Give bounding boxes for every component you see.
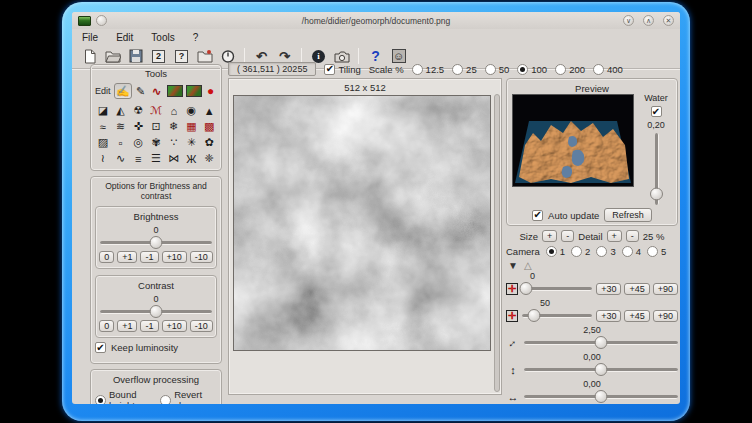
tiling-checkbox[interactable]: ✔ [324,64,335,75]
rotate-x-plus30-button[interactable]: +30 [596,283,621,295]
height-knob[interactable] [595,363,608,376]
refresh-button[interactable]: Refresh [604,208,652,222]
menu-help[interactable]: ? [193,32,199,43]
tool-buildings-icon[interactable]: ⌂ [165,103,183,118]
rotate-z-plus45-button[interactable]: +45 [624,310,649,322]
pan-slider[interactable] [524,390,678,403]
brightness-slider[interactable] [100,236,212,249]
menu-edit[interactable]: Edit [116,32,133,43]
rotate-z-plus30-button[interactable]: +30 [596,310,621,322]
tool-rosette-icon[interactable]: ✿ [200,135,218,150]
contrast-plus1-button[interactable]: +1 [117,320,137,332]
auto-update-checkbox[interactable]: ✔ [532,210,543,221]
camera-lower-icon[interactable]: ▼ [508,260,518,271]
tool-fm-noise-icon[interactable]: ℳ [147,103,165,118]
scale-option-200[interactable]: 200 [555,64,585,75]
tool-slope-icon[interactable]: ◭ [112,103,130,118]
tool-noise-icon[interactable]: ▨ [94,135,112,150]
brightness-minus1-button[interactable]: -1 [140,251,158,263]
contrast-slider[interactable] [100,305,212,318]
draw-tool-button[interactable]: ✍ [114,83,132,99]
size-plus-button[interactable]: + [542,230,557,242]
tool-weave-icon[interactable]: ⋈ [165,151,183,166]
record-icon[interactable]: ● [205,84,217,99]
camera-3-option[interactable]: 3 [596,246,615,257]
contrast-0-button[interactable]: 0 [99,320,114,332]
tool-subdivide-icon[interactable]: ◪ [94,103,112,118]
heightmap-canvas[interactable] [233,95,491,351]
tool-select-icon[interactable]: ⊡ [147,119,165,134]
line-wave-icon[interactable]: ∿ [150,84,164,99]
camera-1-option[interactable]: 1 [546,246,565,257]
brightness-slider-knob[interactable] [150,236,163,249]
rotate-x-plus45-button[interactable]: +45 [624,283,649,295]
size-minus-button[interactable]: - [561,230,574,242]
tiling-toggle[interactable]: ✔ Tiling [324,64,360,75]
titlebar[interactable]: /home/didier/geomorph/document0.png ∨ ∧ … [72,12,680,29]
brightness-minus10-button[interactable]: -10 [190,251,213,263]
tool-ridges-icon[interactable]: ≋ [112,119,130,134]
distance-knob[interactable] [595,336,608,349]
rotate-z-slider[interactable] [522,309,592,322]
tool-radial-icon[interactable]: ◎ [129,135,147,150]
rotate-z-plus90-button[interactable]: +90 [653,310,678,322]
tool-crystal-icon[interactable]: ❄ [165,119,183,134]
revert-slope-option[interactable]: Revert slope [160,389,217,404]
tool-flowers-icon[interactable]: ✾ [147,135,165,150]
tool-cracks-icon[interactable]: ✳ [183,135,201,150]
detail-plus-button[interactable]: + [607,230,622,242]
save-icon[interactable] [126,47,145,65]
height-slider[interactable] [524,363,678,376]
camera-5-option[interactable]: 5 [647,246,666,257]
camera-2-option[interactable]: 2 [571,246,590,257]
contrast-minus10-button[interactable]: -10 [190,320,213,332]
rotate-x-knob[interactable] [519,282,532,295]
keep-luminosity-toggle[interactable]: ✔ Keep luminosity [93,338,219,357]
scale-option-400[interactable]: 400 [593,64,623,75]
detail-minus-button[interactable]: - [626,230,639,242]
menu-tools[interactable]: Tools [151,32,174,43]
terrain-swatch-icon[interactable] [167,85,183,97]
canvas-scrollbar[interactable] [494,94,500,392]
water-checkbox[interactable]: ✔ [651,106,662,117]
tool-spray-icon[interactable]: ∵ [165,135,183,150]
tool-craters-icon[interactable]: ☢ [129,103,147,118]
contrast-plus10-button[interactable]: +10 [162,320,187,332]
terrain-swatch2-icon[interactable] [186,85,202,97]
water-slider-knob[interactable] [650,188,663,201]
open-recent-icon[interactable] [195,47,214,65]
contrast-minus1-button[interactable]: -1 [140,320,158,332]
tool-symmetry-icon[interactable]: Ж [183,151,201,166]
scale-option-100[interactable]: 100 [517,64,547,75]
new-document-icon[interactable] [80,47,99,65]
tool-waves-icon[interactable]: ≈ [94,119,112,134]
tool-move-icon[interactable]: ✜ [129,119,147,134]
tool-mm-pattern-icon[interactable]: ▦ [183,119,201,134]
tool-strata-icon[interactable]: ☰ [147,151,165,166]
tool-square-icon[interactable]: ▫ [112,135,130,150]
tool-grid-pattern-icon[interactable]: ▩ [200,119,218,134]
camera-raise-icon[interactable]: △ [524,260,532,271]
brightness-0-button[interactable]: 0 [99,251,114,263]
pan-knob[interactable] [595,390,608,403]
distance-slider[interactable] [524,336,678,349]
tool-mountain-icon[interactable]: ▲ [200,103,218,118]
bound-height-option[interactable]: Bound height [95,389,154,404]
document-help-icon[interactable]: ? [172,47,191,65]
terrain-3d-preview[interactable] [512,94,634,187]
tool-gauss-spot-icon[interactable]: ◉ [183,103,201,118]
camera-4-option[interactable]: 4 [622,246,641,257]
keep-luminosity-checkbox[interactable]: ✔ [95,342,106,353]
pencil-icon[interactable]: ✎ [135,84,147,99]
menu-file[interactable]: File [82,32,98,43]
scale-option-25[interactable]: 25 [452,64,477,75]
tool-curve2-icon[interactable]: ∿ [112,151,130,166]
scale-option-12.5[interactable]: 12.5 [412,64,445,75]
clone-document-icon[interactable]: 2 [149,47,168,65]
rotate-z-knob[interactable] [527,309,540,322]
brightness-plus1-button[interactable]: +1 [117,251,137,263]
rotate-x-slider[interactable] [522,282,592,295]
rotate-x-plus90-button[interactable]: +90 [653,283,678,295]
tool-terraces-icon[interactable]: ≡ [129,151,147,166]
tool-lattice-icon[interactable]: ❈ [200,151,218,166]
